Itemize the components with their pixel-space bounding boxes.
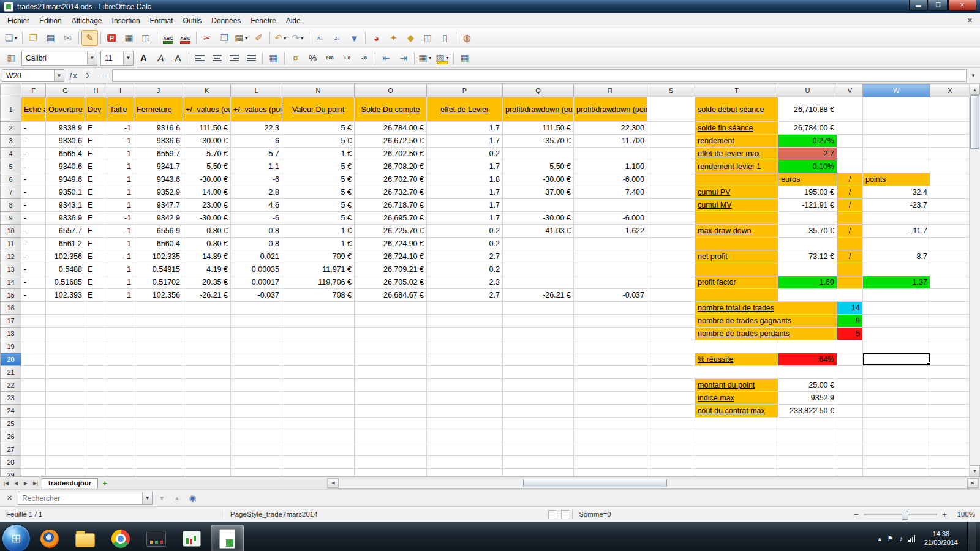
cell-N26[interactable] [282, 430, 355, 443]
cell-K7[interactable]: 14.00 € [183, 186, 231, 199]
cell-I17[interactable] [107, 315, 134, 328]
cell-I8[interactable]: 1 [107, 199, 134, 212]
cell-T11[interactable] [695, 238, 778, 250]
cell-O8[interactable]: 26,718.70 € [355, 199, 427, 212]
cell-G2[interactable]: 9338.9 [46, 122, 85, 135]
cell-K3[interactable]: -30.00 € [183, 135, 231, 148]
column-header-L[interactable]: L [231, 84, 282, 97]
cell-S5[interactable] [647, 160, 695, 173]
cell-T2[interactable]: solde fin séance [695, 122, 778, 135]
cell-J7[interactable]: 9352.9 [134, 186, 183, 199]
cell-K24[interactable] [183, 405, 231, 418]
cell-Q26[interactable] [503, 430, 574, 443]
cell-P23[interactable] [427, 392, 503, 405]
menu-item-outils[interactable]: Outils [178, 15, 207, 27]
first-sheet-icon[interactable]: |◀ [1, 479, 11, 488]
function-wizard-icon[interactable]: ƒx [66, 70, 80, 82]
cell-N9[interactable]: 5 € [282, 212, 355, 225]
cell-I10[interactable]: -1 [107, 225, 134, 238]
cell-L1[interactable]: +/- values (points) [231, 97, 282, 122]
cell-T26[interactable] [695, 430, 778, 443]
taskbar-app-trading-app[interactable] [175, 525, 208, 551]
cell-L3[interactable]: -6 [231, 135, 282, 148]
cell-G8[interactable]: 9343.1 [46, 199, 85, 212]
cell-L27[interactable] [231, 443, 282, 456]
find-previous-icon[interactable]: ▲ [171, 492, 183, 504]
cell-H24[interactable] [85, 405, 107, 418]
cell-O27[interactable] [355, 443, 427, 456]
copy-icon[interactable]: ❐ [216, 30, 233, 46]
cell-R12[interactable] [574, 250, 647, 263]
cell-J24[interactable] [134, 405, 183, 418]
cell-Q20[interactable] [503, 353, 574, 366]
styles-icon[interactable]: ▥ [3, 50, 20, 66]
cell-N15[interactable]: 708 € [282, 289, 355, 302]
cell-V22[interactable] [837, 379, 863, 392]
cell-S7[interactable] [647, 186, 695, 199]
cell-T3[interactable]: rendement [695, 135, 778, 148]
cell-T28[interactable] [695, 456, 778, 469]
cell-O25[interactable] [355, 418, 427, 430]
font-size-combo[interactable]: 11 ▼ [100, 51, 134, 66]
cell-N23[interactable] [282, 392, 355, 405]
cell-H23[interactable] [85, 392, 107, 405]
cell-S6[interactable] [647, 173, 695, 186]
cell-J3[interactable]: 9336.6 [134, 135, 183, 148]
cell-G11[interactable]: 6561.2 [46, 238, 85, 250]
cell-I13[interactable]: 1 [107, 263, 134, 276]
cell-V27[interactable] [837, 443, 863, 456]
cell-I6[interactable]: 1 [107, 173, 134, 186]
cell-V29[interactable] [837, 469, 863, 477]
cell-T21[interactable] [695, 366, 778, 379]
cell-K12[interactable]: 14.89 € [183, 250, 231, 263]
cell-W23[interactable] [863, 392, 930, 405]
row-header-9[interactable]: 9 [1, 212, 21, 225]
cell-W25[interactable] [863, 418, 930, 430]
cell-N10[interactable]: 1 € [282, 225, 355, 238]
row-header-3[interactable]: 3 [1, 135, 21, 148]
cell-J18[interactable] [134, 328, 183, 340]
cell-P11[interactable]: 0.2 [427, 238, 503, 250]
cell-J8[interactable]: 9347.7 [134, 199, 183, 212]
cell-H16[interactable] [85, 302, 107, 315]
navigator-icon[interactable]: ✦ [385, 30, 402, 46]
cell-S15[interactable] [647, 289, 695, 302]
cell-W4[interactable] [863, 148, 930, 160]
cell-G7[interactable]: 9350.1 [46, 186, 85, 199]
cell-R18[interactable] [574, 328, 647, 340]
cell-J5[interactable]: 9341.7 [134, 160, 183, 173]
cell-Q4[interactable] [503, 148, 574, 160]
cell-T25[interactable] [695, 418, 778, 430]
split-window-icon[interactable]: ◫ [420, 30, 436, 46]
column-header-W[interactable]: W [863, 84, 930, 97]
cell-U14[interactable]: 1.60 [778, 276, 837, 289]
cell-L11[interactable]: 0.8 [231, 238, 282, 250]
cell-U22[interactable]: 25.00 € [778, 379, 837, 392]
cell-O1[interactable]: Solde Du compte [355, 97, 427, 122]
column-header-K[interactable]: K [183, 84, 231, 97]
cell-H14[interactable]: E [85, 276, 107, 289]
cell-U26[interactable] [778, 430, 837, 443]
cell-T6[interactable] [695, 173, 778, 186]
cell-W5[interactable] [863, 160, 930, 173]
cell-S13[interactable] [647, 263, 695, 276]
cell-P14[interactable]: 2.3 [427, 276, 503, 289]
row-header-24[interactable]: 24 [1, 405, 21, 418]
cell-N25[interactable] [282, 418, 355, 430]
cell-P8[interactable]: 1.7 [427, 199, 503, 212]
cell-Q16[interactable] [503, 302, 574, 315]
column-header-P[interactable]: P [427, 84, 503, 97]
cell-N28[interactable] [282, 456, 355, 469]
cell-X3[interactable] [930, 135, 970, 148]
email-icon[interactable]: ✉ [59, 30, 76, 46]
cell-I23[interactable] [107, 392, 134, 405]
cell-U2[interactable]: 26,784.00 € [778, 122, 837, 135]
cell-W21[interactable] [863, 366, 930, 379]
cell-L24[interactable] [231, 405, 282, 418]
row-header-16[interactable]: 16 [1, 302, 21, 315]
cell-O23[interactable] [355, 392, 427, 405]
cell-R29[interactable] [574, 469, 647, 477]
cell-T7[interactable]: cumul PV [695, 186, 778, 199]
cell-I2[interactable]: -1 [107, 122, 134, 135]
cell-Q9[interactable]: -30.00 € [503, 212, 574, 225]
